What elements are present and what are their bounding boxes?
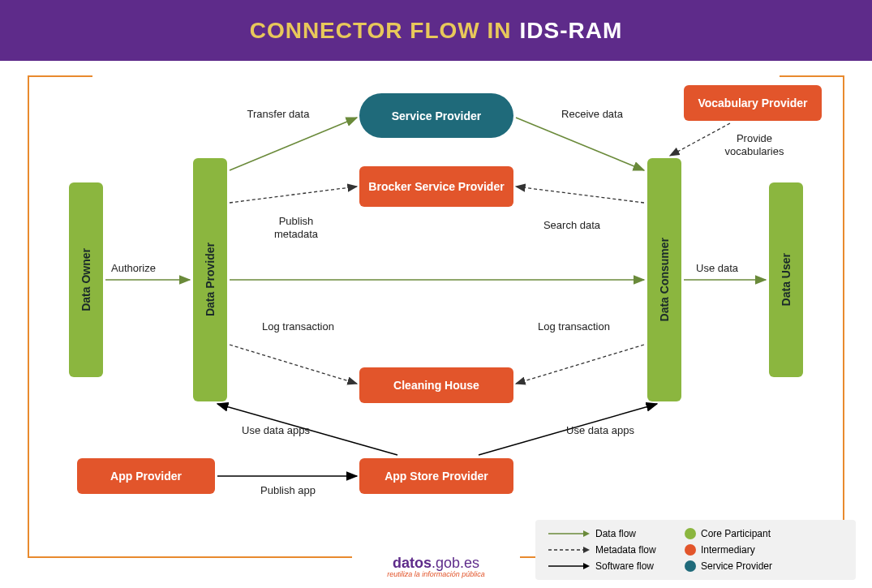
label-search-data: Search data: [535, 219, 608, 232]
node-vocabulary-label: Vocabulary Provider: [698, 97, 807, 109]
footer-brand-bold: datos: [393, 555, 432, 571]
label-receive-data: Receive data: [560, 108, 625, 121]
node-brocker-label: Brocker Service Provider: [368, 180, 504, 193]
node-app-store: App Store Provider: [359, 458, 513, 494]
legend-core: Core Participant: [701, 528, 790, 539]
frame-tr: [780, 75, 844, 77]
node-data-owner: Data Owner: [69, 182, 103, 377]
node-vocabulary: Vocabulary Provider: [684, 85, 822, 121]
label-authorize: Authorize: [111, 262, 156, 275]
frame-right: [843, 75, 844, 558]
arrow-search-data: [516, 187, 644, 203]
footer-tagline: reutiliza la información pública: [0, 570, 872, 578]
node-data-user: Data User: [769, 182, 803, 377]
node-cleaning-label: Cleaning House: [393, 379, 479, 392]
node-cleaning: Cleaning House: [359, 367, 513, 403]
node-service-provider-label: Service Provider: [392, 109, 482, 122]
label-use-apps1: Use data apps: [231, 424, 320, 437]
node-data-provider-label: Data Provider: [204, 242, 217, 316]
frame-left: [28, 75, 29, 558]
legend-data-flow: Data flow: [595, 528, 685, 539]
legend-metadata-flow-icon: [547, 545, 591, 555]
footer-brand: datos.gob.es: [0, 555, 872, 572]
label-transfer-data: Transfer data: [246, 108, 311, 121]
header: CONNECTOR FLOW IN IDS-RAM: [0, 0, 872, 61]
node-data-consumer-label: Data Consumer: [658, 238, 671, 321]
label-publish-metadata: Publish metadata: [260, 215, 333, 240]
arrow-receive-data: [516, 118, 644, 170]
title-part2: IDS-RAM: [520, 18, 623, 44]
label-publish-app: Publish app: [260, 484, 316, 497]
node-brocker: Brocker Service Provider: [359, 166, 513, 207]
footer: datos.gob.es reutiliza la información pú…: [0, 555, 872, 578]
legend-data-flow-icon: [547, 529, 591, 539]
node-app-provider-label: App Provider: [110, 470, 182, 483]
node-app-provider: App Provider: [77, 458, 215, 494]
node-app-store-label: App Store Provider: [384, 470, 488, 483]
arrow-publish-metadata: [230, 187, 357, 203]
footer-brand-rest: .gob.es: [432, 555, 479, 571]
node-data-user-label: Data User: [780, 253, 793, 306]
node-data-owner-label: Data Owner: [79, 248, 92, 311]
title-part1: CONNECTOR FLOW IN: [250, 18, 512, 44]
arrow-log-consumer: [516, 345, 644, 384]
label-log2: Log transaction: [535, 320, 612, 333]
node-data-provider: Data Provider: [193, 158, 227, 401]
label-provide-vocab: Provide vocabularies: [710, 132, 799, 157]
label-use-data: Use data: [696, 262, 738, 275]
legend-core-dot: [685, 528, 696, 539]
arrow-log-provider: [230, 345, 357, 384]
frame-tl: [28, 75, 92, 77]
label-use-apps2: Use data apps: [556, 424, 645, 437]
legend-inter-dot: [685, 544, 696, 556]
node-service-provider: Service Provider: [359, 93, 513, 138]
diagram-canvas: Data Owner Data Provider Data Consumer D…: [0, 61, 872, 588]
node-data-consumer: Data Consumer: [647, 158, 681, 401]
label-log1: Log transaction: [260, 320, 337, 333]
arrow-transfer-data: [230, 118, 357, 170]
legend-intermediary: Intermediary: [701, 544, 790, 556]
legend-metadata-flow: Metadata flow: [595, 544, 685, 556]
